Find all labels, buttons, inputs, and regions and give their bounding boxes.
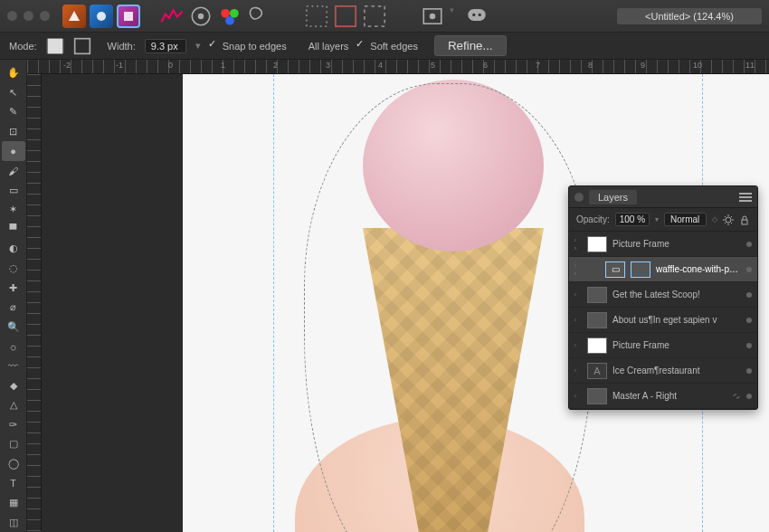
layer-name: Master A - Right [612,391,726,401]
visibility-dot-icon[interactable] [746,318,752,323]
blur-tool[interactable]: △ [2,395,25,415]
designer-persona-icon[interactable] [62,5,86,28]
svg-rect-15 [47,38,62,53]
svg-rect-8 [336,5,356,25]
asset-tool[interactable]: ◫ [2,512,25,532]
rectangle-tool[interactable]: ▢ [2,434,25,454]
hand-tool[interactable]: ✋ [2,63,25,83]
minimize-window-icon[interactable] [24,11,33,21]
vector-brush-tool[interactable]: ✑ [2,414,25,434]
photo-persona-icon[interactable] [90,5,113,28]
layer-row[interactable]: ▫›▭waffle-cone-with-p… [569,257,757,282]
shape-tool[interactable]: ◯ [2,454,25,474]
ruler-mark: 4 [378,61,383,70]
paint-brush-tool[interactable]: 🖌 [2,161,25,181]
layer-name: Picture Frame [612,239,741,249]
soft-edges-checkbox[interactable]: Soft edges [357,41,418,52]
layer-expand-icon[interactable]: ▫ [569,290,582,299]
layer-expand-icon[interactable]: ▫› [569,261,582,278]
marquee-tool[interactable]: ▭ [2,180,25,200]
smudge-tool[interactable]: 〰 [2,356,25,376]
layer-thumb-icon [587,236,607,252]
panel-menu-icon[interactable] [739,193,752,202]
gear-icon[interactable] [723,214,734,225]
tool-strip: ✋↖✎⊡●🖌▭✶▀◐◌✚⌀🔍☼〰◆△✑▢◯T▦◫ [0,60,27,532]
layer-expand-icon[interactable]: ▫ [569,366,582,375]
snap-to-edges-checkbox[interactable]: Snap to edges [210,41,287,52]
crop-tool[interactable]: ⊡ [2,122,25,142]
svg-point-14 [479,13,481,15]
erase-tool[interactable]: ◌ [2,259,25,279]
visibility-dot-icon[interactable] [746,368,752,374]
visibility-dot-icon[interactable] [746,343,752,348]
layer-expand-icon[interactable]: ▫ [569,341,582,349]
clone-tool[interactable]: ⌀ [2,298,25,318]
publisher-persona-icon[interactable] [117,5,140,28]
visibility-dot-icon[interactable] [746,292,752,298]
layer-expand-icon[interactable]: ▫› [569,236,582,252]
quicklook-icon[interactable] [421,5,444,27]
layer-row[interactable]: ▫Get the Latest Scoop! [569,282,757,308]
svg-rect-9 [365,5,384,25]
color-picker-tool[interactable]: ◐ [2,239,25,259]
horizontal-ruler[interactable]: -2-101234567891011 [27,60,769,74]
assistant-icon[interactable] [247,5,271,27]
layer-row[interactable]: ▫Picture Frame [569,333,757,358]
layer-name: Get the Latest Scoop! [612,290,741,299]
selection-marquee [304,83,593,532]
scope-icon[interactable] [189,5,213,27]
pen-tool[interactable]: ✎ [2,102,25,122]
svg-point-11 [430,13,436,19]
vertical-ruler[interactable] [27,74,42,532]
visibility-dot-icon[interactable] [746,394,752,399]
svg-rect-18 [742,220,747,224]
move-tool[interactable]: ↖ [2,83,25,103]
heal-tool[interactable]: ✚ [2,278,25,298]
opacity-field[interactable]: 100 % [615,213,650,226]
visibility-dot-icon[interactable] [746,267,752,272]
gradient-tool[interactable]: ▀ [2,220,25,240]
window-controls [7,11,50,21]
table-tool[interactable]: ▦ [2,493,25,513]
panel-controls: Opacity: 100 % ▾ Normal ◇ [569,208,757,232]
mode-subtract-icon[interactable] [73,38,91,54]
layer-row[interactable]: ▫About us¶In eget sapien v [569,308,757,333]
close-window-icon[interactable] [7,11,17,21]
flood-select-tool[interactable]: ✶ [2,200,25,220]
ruler-mark: 10 [693,61,702,70]
dodge-tool[interactable]: ☼ [2,337,25,356]
histogram-icon[interactable] [160,5,184,27]
zoom-tool[interactable]: 🔍 [2,318,25,337]
layer-expand-icon[interactable]: ▫ [569,316,582,324]
panel-tab-layers[interactable]: Layers [589,190,637,204]
layers-panel[interactable]: Layers Opacity: 100 % ▾ Normal ◇ ▫›Pictu… [568,185,758,410]
refine-button[interactable]: Refine... [434,35,507,56]
layer-row[interactable]: ▫›Picture Frame [569,232,757,257]
svg-point-0 [97,12,106,21]
all-layers-checkbox[interactable]: All layers [296,41,349,52]
layer-row[interactable]: ▫Master A - Right [569,384,757,409]
layer-row[interactable]: ▫AIce Cream¶restaurant [569,358,757,384]
grid-dashed-icon[interactable] [363,5,386,27]
grid-dotted-icon[interactable] [305,5,328,27]
visibility-dot-icon[interactable] [746,242,752,247]
guide-vertical[interactable] [273,74,274,532]
selection-brush-tool[interactable]: ● [2,141,25,161]
sponge-tool[interactable]: ◆ [2,375,25,395]
blend-mode-select[interactable]: Normal [664,213,707,226]
svg-point-6 [225,16,234,25]
panel-header[interactable]: Layers [569,186,757,208]
zoom-window-icon[interactable] [40,11,50,21]
ruler-mark: -1 [116,61,123,70]
lock-icon[interactable] [739,214,750,225]
mode-add-icon[interactable] [46,38,64,54]
grid-solid-icon[interactable] [334,5,357,27]
layer-expand-icon[interactable]: ▫ [569,392,582,400]
swatches-icon[interactable] [218,5,242,27]
ruler-mark: 1 [221,61,225,70]
width-field[interactable]: 9.3 px [145,39,186,53]
panel-close-icon[interactable] [574,193,584,202]
ruler-mark: 5 [431,61,435,70]
text-frame-tool[interactable]: T [2,473,25,493]
chat-icon[interactable] [465,5,489,27]
